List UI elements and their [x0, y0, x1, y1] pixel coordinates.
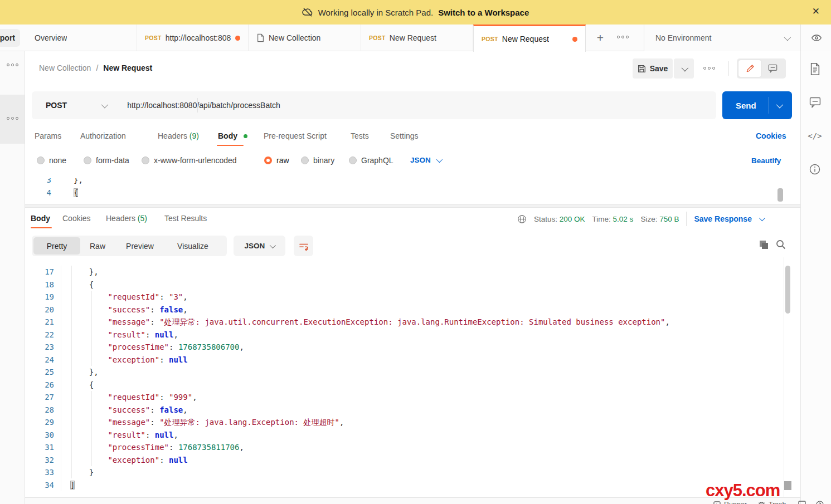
breadcrumb-collection[interactable]: New Collection	[39, 63, 91, 72]
cookies-link[interactable]: Cookies	[756, 131, 786, 140]
mode-form-data[interactable]: form-data	[84, 156, 129, 165]
tab-params[interactable]: Params	[35, 131, 61, 140]
language-select[interactable]: JSON	[410, 156, 441, 164]
mode-graphql[interactable]: GraphQL	[349, 156, 393, 165]
response-body-viewer[interactable]: 17 },18 {19 "requestId": "3",20 "success…	[25, 257, 784, 497]
panel-toggle-icon[interactable]	[798, 501, 806, 504]
code-line: 23 "processTime": 1768735806700,	[25, 341, 784, 354]
view-pretty[interactable]: Pretty	[33, 237, 80, 255]
editor-scrollbar-thumb[interactable]	[777, 188, 783, 202]
tab-tests[interactable]: Tests	[351, 131, 369, 140]
request-body-editor[interactable]: 3},4{	[31, 178, 783, 204]
comment-mode-button[interactable]	[761, 60, 784, 77]
new-tab-button[interactable]: +	[591, 30, 610, 46]
line-number: 21	[25, 316, 61, 329]
mode-binary[interactable]: binary	[301, 156, 334, 165]
search-response-icon[interactable]	[775, 239, 786, 250]
tab-label: Overview	[35, 33, 67, 42]
save-label: Save	[650, 64, 668, 73]
mode-label: none	[49, 156, 66, 165]
divider	[686, 212, 687, 226]
line-content: "processTime": 1768735811706,	[61, 441, 244, 454]
tab-prerequest-script[interactable]: Pre-request Script	[264, 131, 327, 140]
wrap-lines-button[interactable]	[294, 236, 313, 256]
scrollbar-corner[interactable]	[784, 481, 791, 490]
tab-body[interactable]: Body	[218, 131, 237, 140]
line-number: 22	[25, 329, 61, 341]
runner-button[interactable]: Runner	[713, 501, 747, 504]
line-number: 34	[25, 479, 61, 492]
scrollbar-thumb[interactable]	[785, 266, 790, 314]
environment-selector[interactable]: No Environment	[644, 25, 800, 51]
method-select[interactable]: POST	[46, 101, 67, 110]
indent-guide	[71, 266, 72, 478]
request-options-icon[interactable]	[7, 117, 18, 120]
tab-authorization[interactable]: Authorization	[80, 131, 126, 140]
tab-new-request-active[interactable]: POST New Request	[473, 25, 586, 52]
save-dropdown-button[interactable]	[674, 58, 694, 79]
line-number: 18	[25, 278, 61, 291]
send-button[interactable]: Send	[722, 91, 792, 119]
mode-none[interactable]: none	[37, 156, 66, 165]
radio-icon	[142, 156, 149, 164]
line-content: },	[56, 178, 83, 187]
response-tab-cookies[interactable]: Cookies	[62, 214, 91, 223]
trash-label: Trash	[769, 501, 786, 504]
tab-options-icon[interactable]	[617, 36, 629, 38]
response-tab-headers[interactable]: Headers (5)	[106, 214, 147, 223]
tab-label: New Request	[502, 35, 549, 43]
import-button-fragment[interactable]: port	[0, 29, 20, 47]
documentation-icon[interactable]	[807, 61, 823, 77]
chevron-down-icon[interactable]	[101, 101, 109, 108]
line-number: 27	[25, 391, 61, 404]
tab-settings[interactable]: Settings	[390, 131, 419, 140]
unsaved-dot	[235, 36, 240, 41]
code-snippet-icon[interactable]: </>	[807, 128, 823, 144]
response-tab-test-results[interactable]: Test Results	[164, 214, 207, 223]
line-number: 25	[25, 366, 61, 379]
line-number: 32	[25, 454, 61, 467]
comments-icon[interactable]	[807, 95, 823, 110]
runner-icon	[713, 501, 721, 504]
status-label: Status: 200 OK	[534, 215, 585, 223]
edit-mode-button[interactable]	[738, 60, 761, 77]
tab-request-localhost[interactable]: POST http://localhost:808	[137, 25, 249, 51]
response-language-select[interactable]: JSON	[234, 236, 285, 256]
view-raw[interactable]: Raw	[80, 237, 115, 255]
copy-response-icon[interactable]	[759, 239, 769, 250]
save-button[interactable]: Save	[633, 58, 673, 79]
info-icon[interactable]	[807, 162, 823, 177]
save-response-button[interactable]: Save Response	[694, 214, 752, 223]
chevron-down-icon[interactable]	[759, 215, 765, 221]
mode-raw[interactable]: raw	[264, 156, 289, 165]
tab-new-collection[interactable]: New Collection	[249, 25, 361, 51]
chevron-down-icon[interactable]	[776, 101, 783, 108]
response-tab-body[interactable]: Body	[31, 214, 50, 223]
view-visualize[interactable]: Visualize	[165, 237, 221, 255]
runner-label: Runner	[724, 501, 747, 504]
code-line: 3},	[31, 178, 783, 187]
tab-headers[interactable]: Headers (9)	[158, 131, 199, 140]
line-content: ]	[61, 479, 75, 492]
watermark: cxy5.com	[706, 481, 780, 501]
tab-new-request-1[interactable]: POST New Request	[361, 25, 473, 51]
code-line: 20 "success": false,	[25, 304, 784, 316]
comment-icon	[768, 64, 777, 73]
view-preview[interactable]: Preview	[115, 237, 165, 255]
url-input[interactable]: http://localhost:8080/api/batch/processB…	[127, 101, 280, 110]
tab-label: Headers	[106, 214, 135, 223]
tab-overview[interactable]: Overview	[27, 25, 137, 51]
beautify-link[interactable]: Beautify	[751, 156, 781, 165]
cloud-off-icon	[302, 7, 313, 18]
radio-icon	[84, 156, 91, 164]
mode-urlencoded[interactable]: x-www-form-urlencoded	[142, 156, 237, 165]
trash-button[interactable]: Trash	[758, 501, 786, 504]
banner-close-icon[interactable]: ✕	[812, 6, 820, 18]
collection-options-icon[interactable]	[7, 63, 18, 66]
switch-workspace-link[interactable]: Switch to a Workspace	[438, 8, 529, 17]
environment-quick-look-button[interactable]	[800, 25, 831, 51]
scratchpad-banner: Working locally in Scratch Pad. Switch t…	[0, 0, 831, 25]
mode-label: x-www-form-urlencoded	[154, 156, 237, 165]
help-icon[interactable]	[816, 501, 824, 504]
request-more-actions-icon[interactable]	[703, 67, 715, 70]
